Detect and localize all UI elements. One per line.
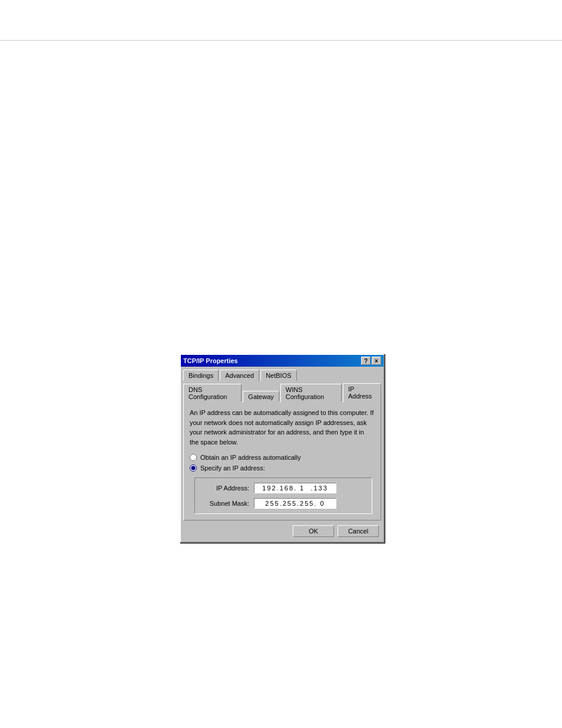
tab-netbios[interactable]: NetBIOS <box>260 370 296 381</box>
ok-button[interactable]: OK <box>293 525 334 537</box>
tab-gateway[interactable]: Gateway <box>243 391 279 402</box>
tab-ip-address[interactable]: IP Address <box>343 383 381 402</box>
dialog-title: TCP/IP Properties <box>183 357 238 364</box>
radio-auto[interactable] <box>190 454 197 461</box>
ip-address-input[interactable] <box>254 483 336 493</box>
subnet-mask-input[interactable] <box>254 498 336 509</box>
page-divider <box>0 40 562 41</box>
specify-box: IP Address: Subnet Mask: <box>194 477 372 514</box>
ip-address-row: IP Address: <box>201 483 366 493</box>
subnet-mask-row: Subnet Mask: <box>201 498 366 509</box>
help-button[interactable]: ? <box>361 357 371 365</box>
radio-specify-label: Specify an IP address: <box>200 465 265 472</box>
dialog-footer: OK Cancel <box>181 521 384 542</box>
tab-row-1: Bindings Advanced NetBIOS <box>181 367 384 380</box>
tab-bindings[interactable]: Bindings <box>183 370 219 381</box>
radio-group: Obtain an IP address automatically Speci… <box>190 454 375 472</box>
ip-address-label: IP Address: <box>201 485 254 492</box>
title-bar-buttons: ? × <box>361 357 381 365</box>
radio-auto-item: Obtain an IP address automatically <box>190 454 375 461</box>
cancel-button[interactable]: Cancel <box>338 525 379 537</box>
radio-specify-item: Specify an IP address: <box>190 465 375 472</box>
tab-content-ip-address: An IP address can be automatically assig… <box>183 401 381 521</box>
radio-auto-label: Obtain an IP address automatically <box>200 454 300 461</box>
close-button[interactable]: × <box>372 357 381 365</box>
title-bar-left: TCP/IP Properties <box>183 357 238 364</box>
tab-row-2: DNS Configuration Gateway WINS Configura… <box>181 380 384 401</box>
tab-dns-configuration[interactable]: DNS Configuration <box>183 384 242 402</box>
tab-advanced[interactable]: Advanced <box>220 370 259 381</box>
title-bar: TCP/IP Properties ? × <box>181 355 384 367</box>
description-text: An IP address can be automatically assig… <box>190 408 375 447</box>
subnet-mask-label: Subnet Mask: <box>201 500 254 507</box>
radio-specify[interactable] <box>190 465 197 472</box>
tcp-ip-properties-dialog: TCP/IP Properties ? × Bindings Advanced … <box>180 354 385 543</box>
tab-wins-configuration[interactable]: WINS Configuration <box>280 384 342 402</box>
